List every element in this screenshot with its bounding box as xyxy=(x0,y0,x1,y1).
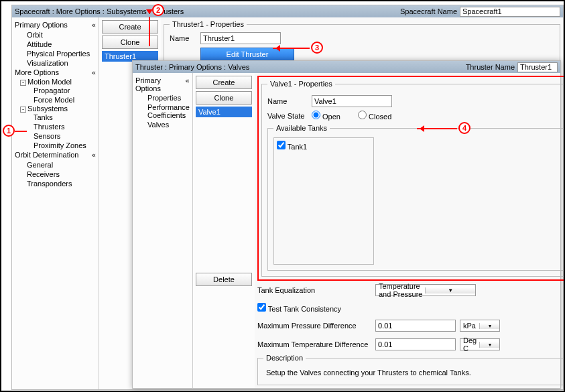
thruster-window: Thruster : Primary Options : Valves Thru… xyxy=(132,60,561,389)
valve-name-input[interactable] xyxy=(312,95,392,107)
thruster-titlebar: Thruster : Primary Options : Valves Thru… xyxy=(133,61,560,73)
highlight-box: Valve1 - Properties Name Valve State Ope… xyxy=(257,76,565,281)
tank1-checkbox[interactable]: Tank1 xyxy=(277,143,307,151)
tree-primary-options[interactable]: Primary Options« xyxy=(134,76,191,93)
tank-eq-label: Tank Equalization xyxy=(257,286,371,294)
description-legend: Description xyxy=(263,354,306,362)
edit-thruster-button[interactable]: Edit Thruster xyxy=(200,48,294,61)
chevron-down-icon: ▾ xyxy=(479,342,499,348)
valve-open-radio[interactable]: Open xyxy=(312,111,340,121)
spacecraft-name-label: Spacecraft Name xyxy=(400,7,457,15)
valve-legend: Valve1 - Properties xyxy=(267,80,335,88)
breadcrumb: Spacecraft : More Options : Subsystems :… xyxy=(15,7,400,15)
valve-name-label: Name xyxy=(267,97,308,105)
tree-item-propagator[interactable]: Propagator xyxy=(13,86,97,95)
thruster-name-label: Name xyxy=(170,34,196,42)
test-tank-checkbox[interactable]: Test Tank Consistency xyxy=(257,303,341,313)
valve-properties-panel: Valve1 - Properties Name Valve State Ope… xyxy=(255,73,565,388)
valve-fieldset: Valve1 - Properties Name Valve State Ope… xyxy=(261,80,565,277)
tree-more-options[interactable]: More Options« xyxy=(13,68,97,78)
valve-list-panel: Create Clone Valve1 Delete xyxy=(193,73,255,388)
description-fieldset: Description Setup the Valves connecting … xyxy=(257,354,565,385)
create-button[interactable]: Create xyxy=(196,76,252,89)
tree-item-thrusters[interactable]: Thrusters xyxy=(13,122,97,131)
max-pressure-input[interactable] xyxy=(375,320,456,332)
spacecraft-titlebar: Spacecraft : More Options : Subsystems :… xyxy=(12,5,563,17)
tree-item-transponders[interactable]: Transponders xyxy=(13,179,97,188)
spacecraft-tree: Primary Options« Orbit Attitude Physical… xyxy=(12,17,99,389)
thruster-tree: Primary Options« Properties Performance … xyxy=(133,73,193,388)
chevron-down-icon: ▼ xyxy=(425,287,475,293)
thruster-legend: Thruster1 - Properties xyxy=(170,20,247,28)
spacecraft-name-input[interactable] xyxy=(460,7,560,17)
tree-orbit-determination[interactable]: Orbit Determination« xyxy=(13,150,97,160)
tree-subsystems[interactable]: -Subsystems xyxy=(13,105,97,113)
thruster-name-input[interactable] xyxy=(517,62,558,72)
callout-1: 1 xyxy=(3,125,15,137)
chevron-down-icon: ▾ xyxy=(479,323,499,329)
thruster-name-label: Thruster Name xyxy=(466,63,515,71)
temp-unit-combo[interactable]: Deg C▾ xyxy=(460,338,500,350)
available-tanks-fieldset: Available Tanks Tank1 xyxy=(267,124,565,271)
valve-state-label: Valve State xyxy=(267,112,308,120)
max-temp-input[interactable] xyxy=(375,338,456,350)
tree-motion-model[interactable]: -Motion Model xyxy=(13,78,97,86)
collapse-icon[interactable]: - xyxy=(20,80,26,86)
callout-2: 2 xyxy=(152,4,164,16)
thruster-name-input[interactable] xyxy=(200,32,281,44)
max-temp-label: Maximum Temperature Difference xyxy=(257,340,371,348)
delete-button[interactable]: Delete xyxy=(196,273,252,286)
clone-button[interactable]: Clone xyxy=(196,91,252,105)
tank-eq-combo[interactable]: Temperature and Pressure▼ xyxy=(375,284,476,296)
tree-item-performance[interactable]: Performance Coefficients xyxy=(134,103,191,120)
max-pressure-label: Maximum Pressure Difference xyxy=(257,322,371,330)
tree-item-tanks[interactable]: Tanks xyxy=(13,113,97,122)
tree-item-sensors[interactable]: Sensors xyxy=(13,131,97,141)
tree-item-physical[interactable]: Physical Properties xyxy=(13,49,97,58)
tree-item-force-model[interactable]: Force Model xyxy=(13,95,97,105)
tanks-legend: Available Tanks xyxy=(273,124,330,132)
tree-item-attitude[interactable]: Attitude xyxy=(13,40,97,49)
tree-item-valves[interactable]: Valves xyxy=(134,120,191,129)
tree-item-proximity[interactable]: Proximity Zones xyxy=(13,141,97,150)
description-text: Setup the Valves connecting your Thruste… xyxy=(263,366,565,379)
callout-4: 4 xyxy=(458,122,470,134)
collapse-icon[interactable]: - xyxy=(20,107,26,113)
tree-item-general[interactable]: General xyxy=(13,160,97,170)
pressure-unit-combo[interactable]: kPa▾ xyxy=(460,320,500,332)
valve-list-item[interactable]: Valve1 xyxy=(196,107,252,117)
breadcrumb: Thruster : Primary Options : Valves xyxy=(135,63,466,71)
callout-3: 3 xyxy=(311,42,323,54)
tree-item-receivers[interactable]: Receivers xyxy=(13,170,97,179)
tree-item-orbit[interactable]: Orbit xyxy=(13,30,97,40)
valve-closed-radio[interactable]: Closed xyxy=(358,111,391,121)
tree-item-visualization[interactable]: Visualization xyxy=(13,58,97,68)
tree-primary-options[interactable]: Primary Options« xyxy=(13,20,97,30)
tree-item-properties[interactable]: Properties xyxy=(134,93,191,103)
